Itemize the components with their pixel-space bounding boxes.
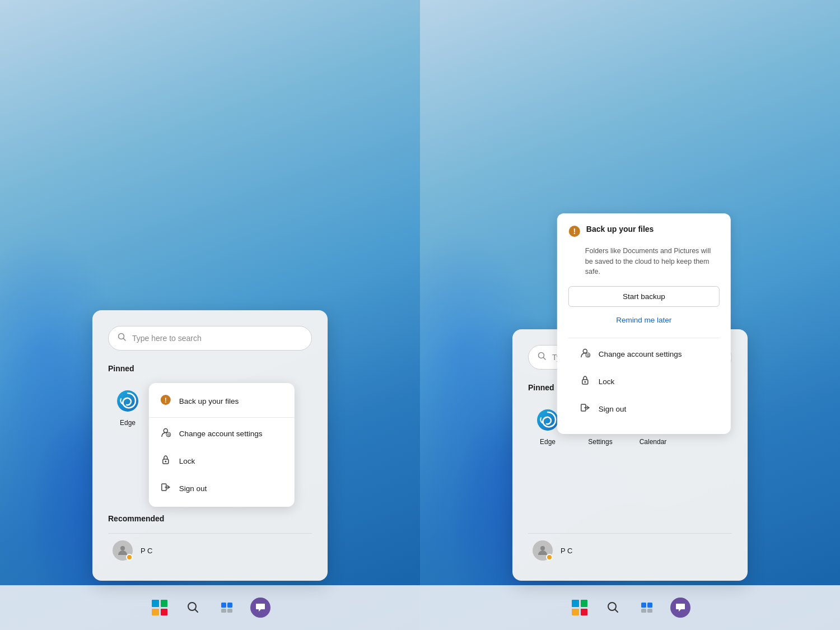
svg-rect-32 (227, 609, 232, 613)
menu-label-lock-left: Lock (179, 457, 195, 465)
svg-text:⚙: ⚙ (586, 353, 590, 357)
menu-item-lock-left[interactable]: Lock (149, 447, 295, 475)
windows-logo-right (572, 600, 587, 615)
menu-item-lock-right[interactable]: Lock (568, 368, 720, 395)
menu-item-signout-right[interactable]: Sign out (568, 395, 720, 423)
svg-text:⚙: ⚙ (167, 433, 170, 437)
user-bar-right[interactable]: P C (528, 533, 732, 567)
app-edge-left[interactable]: Edge (108, 383, 147, 431)
recommended-section-left: Recommended (108, 514, 312, 523)
notif-body-right: Folders like Documents and Pictures will… (568, 246, 720, 277)
svg-line-61 (615, 610, 618, 613)
divider-left-1 (149, 417, 295, 418)
calendar-label-right: Calendar (640, 438, 667, 446)
start-backup-button[interactable]: Start backup (568, 286, 720, 307)
menu-label-backup-left: Back up your files (179, 397, 239, 405)
taskbar-search-right[interactable] (601, 595, 626, 620)
notification-popup-right: ! Back up your files Folders like Docume… (557, 213, 731, 434)
svg-point-57 (584, 381, 586, 383)
menu-item-account-right[interactable]: ⚙ Change account settings (568, 340, 720, 368)
notif-header-right: ! Back up your files (568, 225, 720, 240)
menu-label-signout-right: Sign out (599, 405, 627, 413)
menu-item-backup-left[interactable]: ! Back up your files (149, 388, 295, 415)
signout-icon-left (160, 482, 171, 496)
taskbar-chat-right[interactable] (668, 595, 693, 620)
menu-label-account-right: Change account settings (599, 350, 682, 358)
signout-icon-right (580, 402, 591, 416)
taskbar-start-right[interactable] (567, 595, 592, 620)
menu-item-account-left[interactable]: ⚙ Change account settings (149, 420, 295, 447)
search-bar-left[interactable]: Type here to search (108, 326, 312, 351)
svg-rect-31 (221, 609, 226, 613)
svg-rect-30 (227, 603, 232, 608)
search-placeholder-left: Type here to search (132, 334, 202, 343)
svg-point-17 (120, 546, 125, 550)
svg-line-28 (195, 610, 198, 613)
left-screen: Type here to search Pinned (0, 0, 420, 630)
user-status-dot-right (546, 554, 553, 561)
taskbar-left (0, 585, 420, 630)
user-avatar-right (533, 540, 553, 561)
svg-point-24 (165, 461, 166, 463)
svg-point-50 (540, 546, 545, 550)
taskbar-right (420, 585, 840, 630)
svg-text:!: ! (165, 396, 167, 404)
notif-warning-icon: ! (568, 225, 581, 240)
menu-label-lock-right: Lock (599, 377, 615, 386)
recommended-label-left: Recommended (108, 514, 312, 523)
user-name-right: P C (561, 547, 572, 555)
context-menu-left: ! Back up your files ⚙ Change account se… (149, 383, 295, 507)
user-name-left: P C (141, 547, 152, 555)
remind-later-button[interactable]: Remind me later (568, 311, 720, 329)
svg-rect-64 (641, 609, 646, 613)
svg-point-53 (583, 349, 587, 353)
settings-label-right: Settings (588, 438, 612, 446)
search-icon (118, 333, 127, 344)
chat-circle-right (670, 598, 690, 618)
lock-icon-right (580, 375, 591, 389)
notif-title-right: Back up your files (586, 225, 654, 234)
pinned-label-left: Pinned (108, 364, 312, 373)
windows-logo-left (152, 600, 167, 615)
taskbar-search-left[interactable] (181, 595, 206, 620)
right-screen: Type here to search Pinned (420, 0, 840, 630)
edge-label-left: Edge (120, 419, 136, 427)
account-icon-left: ⚙ (160, 427, 171, 441)
svg-rect-62 (641, 603, 646, 608)
svg-line-1 (124, 339, 126, 341)
taskbar-widgets-left[interactable] (214, 595, 239, 620)
svg-line-34 (544, 358, 546, 360)
svg-rect-65 (647, 609, 652, 613)
search-icon-right (538, 352, 547, 363)
user-avatar-left (113, 540, 133, 561)
taskbar-chat-left[interactable] (248, 595, 273, 620)
chat-circle-left (250, 598, 270, 618)
account-icon-right: ⚙ (580, 347, 591, 361)
svg-rect-29 (221, 603, 226, 608)
spacer-right (528, 461, 732, 529)
taskbar-start-left[interactable] (147, 595, 172, 620)
svg-text:!: ! (573, 227, 576, 236)
svg-point-20 (164, 429, 167, 433)
lock-icon-left (160, 454, 171, 468)
edge-icon-container (114, 388, 141, 414)
menu-item-signout-left[interactable]: Sign out (149, 475, 295, 502)
backup-icon-left: ! (160, 394, 171, 408)
edge-label-right: Edge (540, 438, 556, 446)
svg-rect-63 (647, 603, 652, 608)
user-bar-left[interactable]: P C (108, 533, 312, 567)
menu-label-account-left: Change account settings (179, 430, 263, 438)
taskbar-widgets-right[interactable] (634, 595, 659, 620)
notif-divider (568, 338, 720, 338)
user-status-dot-left (126, 554, 133, 561)
menu-label-signout-left: Sign out (179, 484, 207, 493)
